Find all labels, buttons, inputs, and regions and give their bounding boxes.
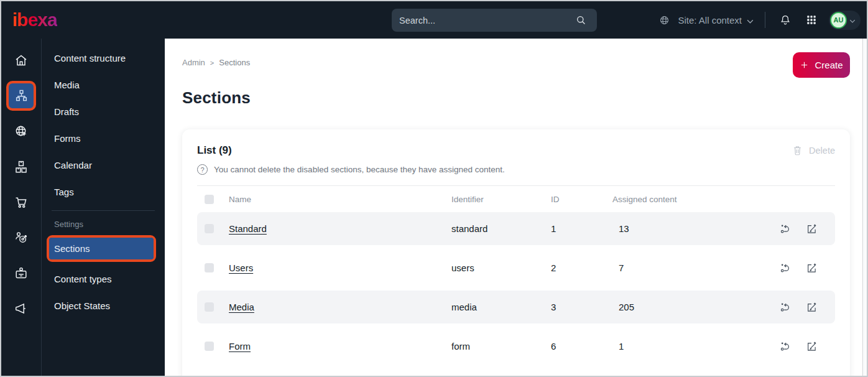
help-question-icon: ? <box>197 164 208 175</box>
section-assigned-content: 7 <box>612 263 774 273</box>
section-identifier: standard <box>451 223 551 234</box>
sidebar-item-calendar[interactable]: Calendar <box>42 152 165 179</box>
row-checkbox[interactable] <box>205 302 214 312</box>
annotation-highlight-content <box>6 81 36 111</box>
row-checkbox[interactable] <box>205 224 214 233</box>
table-row: Form form 6 1 <box>197 330 835 363</box>
row-checkbox[interactable] <box>205 342 214 351</box>
rail-item-marketing[interactable] <box>1 291 42 326</box>
marketing-megaphone-icon <box>14 301 29 316</box>
section-assigned-content: 1 <box>612 341 774 351</box>
topbar: ibexa Site: All context <box>1 1 867 39</box>
search-icon[interactable] <box>572 12 589 29</box>
commerce-cart-icon <box>14 195 29 210</box>
ibexa-logo[interactable]: ibexa <box>12 11 57 29</box>
assign-content-icon[interactable] <box>779 301 791 313</box>
sidebar-group-settings: Settings <box>42 215 165 233</box>
sidebar-menu: Content structure Media Drafts Forms Cal… <box>42 39 165 376</box>
list-title: List (9) <box>197 144 232 157</box>
delete-button[interactable]: Delete <box>792 145 835 156</box>
sidebar-item-forms[interactable]: Forms <box>42 125 165 152</box>
app-grid-icon[interactable] <box>803 11 820 29</box>
rail-item-commerce[interactable] <box>1 184 42 220</box>
section-name-link[interactable]: Form <box>229 341 251 351</box>
sidebar-item-sections[interactable]: Sections <box>49 238 154 259</box>
product-catalog-icon <box>14 159 29 174</box>
topbar-right-cluster: Site: All context AU <box>655 1 861 39</box>
rail-item-product-catalog[interactable] <box>1 149 42 184</box>
chevron-down-icon <box>747 15 754 26</box>
column-header-identifier: Identifier <box>451 195 551 204</box>
section-identifier: form <box>451 341 551 351</box>
section-identifier: media <box>451 302 551 312</box>
section-name-link[interactable]: Users <box>229 263 253 273</box>
table-header: Name Identifier ID Assigned content <box>197 186 835 212</box>
column-header-name: Name <box>219 195 451 204</box>
select-all-checkbox[interactable] <box>205 195 214 204</box>
search-input[interactable] <box>399 16 572 26</box>
row-checkbox[interactable] <box>205 263 214 272</box>
personalization-icon <box>14 230 29 245</box>
rail-item-personalization[interactable] <box>1 220 42 255</box>
create-button-label: Create <box>815 60 843 70</box>
avatar[interactable]: AU <box>830 12 847 29</box>
edit-icon[interactable] <box>806 341 817 352</box>
section-id: 1 <box>551 223 612 234</box>
column-header-assigned-content: Assigned content <box>612 195 774 204</box>
chevron-down-icon <box>849 14 856 26</box>
home-icon <box>14 53 29 68</box>
table-row: Users users 2 7 <box>197 251 835 284</box>
section-assigned-content: 13 <box>612 223 774 234</box>
plus-icon <box>800 60 809 70</box>
assign-content-icon[interactable] <box>779 223 791 235</box>
site-context-label: Site: All context <box>678 15 742 26</box>
rail-item-admin[interactable] <box>1 255 42 291</box>
scrollbar[interactable] <box>862 39 867 376</box>
sidebar-item-content-types[interactable]: Content types <box>42 266 165 292</box>
notifications-bell-icon[interactable] <box>777 11 794 29</box>
section-id: 6 <box>551 341 612 351</box>
assign-content-icon[interactable] <box>779 262 791 274</box>
sidebar-item-media[interactable]: Media <box>42 72 165 98</box>
sections-list-card: List (9) Delete ? Yo <box>182 129 850 377</box>
breadcrumb-admin[interactable]: Admin <box>182 58 205 67</box>
breadcrumb-separator: > <box>210 59 214 67</box>
page-title: Sections <box>182 88 850 108</box>
table-row: Media media 3 205 <box>197 291 835 323</box>
create-button[interactable]: Create <box>793 52 850 78</box>
rail-item-dashboard[interactable] <box>1 42 42 78</box>
assign-content-icon[interactable] <box>779 340 791 352</box>
site-context-selector[interactable]: Site: All context <box>655 11 754 29</box>
edit-icon[interactable] <box>806 263 817 274</box>
breadcrumb: Admin > Sections <box>182 58 250 67</box>
sidebar-item-tags[interactable]: Tags <box>42 179 165 205</box>
rail-item-content[interactable] <box>1 78 42 113</box>
section-name-link[interactable]: Standard <box>229 223 267 234</box>
delete-button-label: Delete <box>809 146 835 156</box>
site-icon <box>14 124 29 139</box>
edit-icon[interactable] <box>806 223 817 235</box>
sidebar-item-object-states[interactable]: Object States <box>42 292 165 319</box>
sidebar-divider <box>52 210 155 211</box>
table-row: Standard standard 1 13 <box>197 212 835 245</box>
edit-icon[interactable] <box>806 302 817 313</box>
annotation-highlight-sections: Sections <box>47 235 156 262</box>
topbar-divider <box>765 12 765 28</box>
sidebar-item-drafts[interactable]: Drafts <box>42 98 165 125</box>
trash-icon <box>792 145 803 156</box>
sidebar-item-content-structure[interactable]: Content structure <box>42 45 165 72</box>
app-window: ibexa Site: All context <box>0 0 868 377</box>
content-structure-icon <box>14 88 29 103</box>
breadcrumb-sections: Sections <box>219 58 250 67</box>
section-identifier: users <box>451 263 551 273</box>
user-menu[interactable]: AU <box>829 11 861 30</box>
section-name-link[interactable]: Media <box>229 302 254 312</box>
column-header-id: ID <box>551 195 612 204</box>
global-search[interactable] <box>392 9 597 32</box>
main-content: Admin > Sections Create Sections List (9… <box>165 39 867 376</box>
rail-item-site[interactable] <box>1 113 42 149</box>
admin-badge-icon <box>14 266 29 281</box>
globe-icon <box>655 11 673 29</box>
section-assigned-content: 205 <box>612 302 774 312</box>
list-info: ? You cannot delete the disabled section… <box>197 164 835 175</box>
